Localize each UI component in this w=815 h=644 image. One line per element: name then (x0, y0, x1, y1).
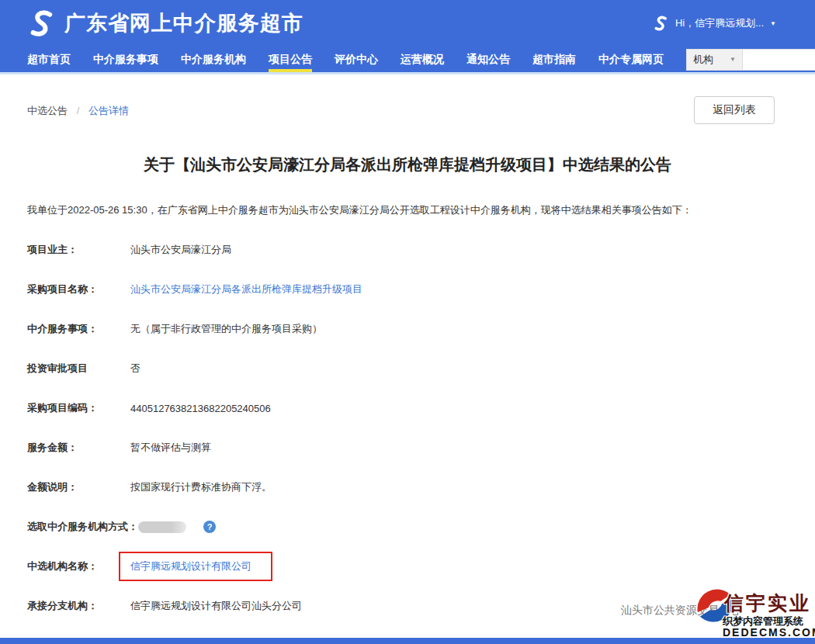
user-greeting: Hi，信宇腾远规划... (675, 16, 764, 30)
field-label: 采购项目名称： (27, 282, 130, 296)
project-name-link[interactable]: 汕头市公安局濠江分局各派出所枪弹库提档升级项目 (130, 283, 362, 295)
user-logo-icon (652, 15, 669, 32)
announcement-main: 中选公告 / 公告详情 返回列表 关于【汕头市公安局濠江分局各派出所枪弹库提档升… (0, 74, 815, 644)
field-label: 金额说明： (27, 480, 130, 494)
field-value: ? (138, 521, 216, 534)
field-label: 服务金额： (27, 441, 130, 455)
footer-strip (0, 638, 815, 644)
breadcrumb-separator: / (77, 105, 80, 116)
breadcrumb-current: 公告详情 (88, 105, 129, 116)
site-header: 广东省网上中介服务超市 Hi，信宇腾远规划... ▼ 超市首页中介服务事项中介服… (0, 0, 815, 74)
site-logo-icon (26, 8, 57, 39)
search-input[interactable] (743, 50, 815, 70)
search-category-dropdown[interactable]: 机构 ▼ (687, 50, 743, 70)
redacted-value (138, 521, 186, 533)
field-value: 信宇腾远规划设计有限公司 (130, 560, 272, 573)
field-label: 投资审批项目 (27, 362, 130, 376)
help-icon[interactable]: ? (203, 521, 216, 533)
page: 广东省网上中介服务超市 Hi，信宇腾远规划... ▼ 超市首页中介服务事项中介服… (0, 0, 815, 644)
watermark-brand-name: 信宇实业 (724, 590, 811, 616)
announcement-title: 关于【汕头市公安局濠江分局各派出所枪弹库提档升级项目】中选结果的公告 (0, 154, 815, 175)
user-menu[interactable]: Hi，信宇腾远规划... ▼ (652, 15, 776, 32)
field-label: 项目业主： (27, 243, 130, 257)
nav-item[interactable]: 通知公告 (466, 47, 510, 72)
field-row: 中选机构名称： 信宇腾远规划设计有限公司 (27, 559, 788, 573)
field-value: 4405127638213682205240506 (130, 403, 271, 414)
field-row: 采购项目名称： 汕头市公安局濠江分局各派出所枪弹库提档升级项目 (27, 282, 788, 296)
field-row: 选取中介服务机构方式： ? (27, 520, 788, 534)
nav-item[interactable]: 运营概况 (401, 47, 444, 72)
watermark-area: 汕头市公共资源交易中心 信宇实业 织梦内容管理系统 DEDECMS.COM (613, 580, 811, 639)
selected-agency-link[interactable]: 信宇腾远规划设计有限公司 (119, 552, 272, 581)
nav-item[interactable]: 中介专属网页 (598, 47, 664, 72)
chevron-down-icon: ▼ (730, 56, 736, 63)
field-label: 中选机构名称： (27, 559, 130, 573)
nav-item[interactable]: 超市指南 (532, 47, 576, 72)
breadcrumb: 中选公告 / 公告详情 (27, 96, 129, 118)
field-value: 无（属于非行政管理的中介服务项目采购） (130, 322, 322, 336)
field-value: 否 (130, 362, 140, 376)
announcement-intro: 我单位于2022-05-26 15:30，在广东省网上中介服务超市为汕头市公安局… (0, 203, 815, 217)
field-value: 汕头市公安局濠江分局 (130, 243, 231, 257)
field-row: 中介服务事项： 无（属于非行政管理的中介服务项目采购） (27, 322, 788, 336)
field-value: 汕头市公安局濠江分局各派出所枪弹库提档升级项目 (130, 282, 362, 296)
chevron-down-icon: ▼ (770, 20, 776, 27)
nav-item[interactable]: 评价中心 (335, 47, 378, 72)
nav-item[interactable]: 中介服务事项 (93, 47, 158, 72)
field-row: 金额说明： 按国家现行计费标准协商下浮。 (27, 480, 788, 494)
site-title: 广东省网上中介服务超市 (64, 9, 303, 37)
field-value: 暂不做评估与测算 (130, 441, 211, 455)
watermark-cms-url: DEDECMS.COM (723, 626, 815, 639)
field-row: 服务金额： 暂不做评估与测算 (27, 441, 788, 455)
search-box: 机构 ▼ (686, 49, 815, 71)
back-to-list-button[interactable]: 返回列表 (694, 96, 775, 124)
search-category-label: 机构 (693, 53, 713, 67)
nav-item[interactable]: 中介服务机构 (181, 47, 246, 72)
field-row: 采购项目编码： 4405127638213682205240506 (27, 401, 788, 415)
main-nav: 超市首页中介服务事项中介服务机构项目公告评价中心运营概况通知公告超市指南中介专属… (0, 47, 815, 72)
field-label: 采购项目编码： (27, 401, 130, 415)
nav-item[interactable]: 项目公告 (269, 47, 312, 72)
field-label: 选取中介服务机构方式： (27, 520, 138, 534)
field-value: 信宇腾远规划设计有限公司汕头分公司 (130, 599, 302, 613)
nav-item[interactable]: 超市首页 (27, 47, 71, 72)
field-row: 项目业主： 汕头市公安局濠江分局 (27, 243, 788, 257)
field-label: 中介服务事项： (27, 322, 130, 336)
field-row: 投资审批项目 否 (27, 362, 788, 376)
field-label: 承接分支机构： (27, 599, 130, 613)
breadcrumb-parent[interactable]: 中选公告 (27, 105, 68, 116)
field-value: 按国家现行计费标准协商下浮。 (130, 480, 272, 494)
